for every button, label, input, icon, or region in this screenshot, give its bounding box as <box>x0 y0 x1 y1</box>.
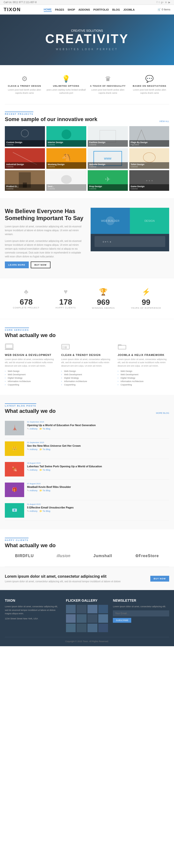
social-twitter[interactable]: t <box>159 1 160 4</box>
svg-text:✈: ✈ <box>105 176 110 183</box>
project-item[interactable]: Flags By Design Figurative <box>129 126 169 147</box>
trophy-icon: 🏆 <box>92 288 115 296</box>
heart-icon: ♥ <box>56 288 76 296</box>
project-item[interactable]: Desi... Colorine <box>46 170 86 191</box>
hero-section: CREATIVE SOLUTIONS CREATIVITY WEBSITES L… <box>0 14 174 65</box>
nav-addons[interactable]: ADDONS <box>78 8 90 11</box>
social-facebook[interactable]: f <box>156 1 157 4</box>
project-category: Colorine <box>89 188 127 190</box>
nav-portfolio[interactable]: PORTFOLIO <box>93 8 109 11</box>
social-youtube[interactable]: ▶ <box>168 1 170 4</box>
blog-thumbnail: 👑 <box>5 441 24 456</box>
blog-post: 🗼 01 September 2015 Opening Up a World o… <box>5 418 169 438</box>
client-logo-jumshall[interactable]: Jumshall <box>93 554 112 558</box>
more-blog-link[interactable]: MORE BLOG <box>156 412 169 414</box>
project-item[interactable]: Fashion Design Colorine <box>88 126 128 147</box>
project-name: Flags By Design <box>131 141 168 144</box>
navbar-logo[interactable]: TIXON <box>4 7 21 12</box>
project-category: Colorine <box>48 165 85 168</box>
project-item[interactable]: 🐴 Mustang Design Colorine <box>46 148 86 169</box>
project-name: Desi... <box>48 185 85 188</box>
blog-post-title[interactable]: See the New Miss Universe Get Her Crown <box>27 444 169 447</box>
nav-blog[interactable]: BLOG <box>112 8 120 11</box>
service-item: CLEAN & TRENDY DESIGN Lorem ipsum dolor … <box>61 343 113 387</box>
footer-gallery <box>66 605 108 632</box>
nav-shop[interactable]: SHOP <box>67 8 75 11</box>
believe-buttons: LEARN MORE BUY NOW <box>5 261 83 268</box>
believe-right: WEB BUILDER DESIGN ⚙ ♥ ✎ ★ <box>91 208 169 251</box>
projects-grid: Custom Design Colorine Interior Design C… <box>5 126 169 191</box>
blog-author: Anthony <box>30 428 37 430</box>
svg-text:DESIGN: DESIGN <box>144 219 155 222</box>
project-item[interactable]: ✈ Prop Design Colorine <box>88 170 128 191</box>
cta-buy-button[interactable]: BUY NOW <box>150 576 169 582</box>
client-logo-freestore[interactable]: ♔FreeStore <box>135 554 159 558</box>
learn-more-button[interactable]: LEARN MORE <box>5 261 29 268</box>
svg-text:WEB BUILDER: WEB BUILDER <box>101 219 119 222</box>
list-item: Web Design <box>118 370 169 373</box>
social-google[interactable]: g+ <box>161 1 164 4</box>
stat-item: ♣ 678 Complete Project <box>13 288 39 309</box>
believe-image: WEB BUILDER DESIGN ⚙ ♥ ✎ ★ <box>91 208 169 251</box>
blog-date: 18 August 2015 <box>27 462 169 464</box>
footer-address: 1234 Street Street New York, USA <box>5 617 61 621</box>
project-item[interactable]: ✦ ✦ ✦ Game Design Colorine <box>129 170 169 191</box>
services-title: What actually we do <box>5 332 169 339</box>
cta-title: Lorem ipsum dolor sit amet, consectetur … <box>5 574 120 579</box>
project-item[interactable]: Custom Design Colorine <box>5 126 45 147</box>
blog-post-title[interactable]: Meatball Kevin Beef Ribs Shoulder <box>27 486 169 488</box>
service-title: JOOMLA & HELIX FRAMEWORK <box>118 353 169 356</box>
nav-home[interactable]: HOME <box>44 7 52 12</box>
project-item[interactable]: Tshirt Design Colorine <box>129 148 169 169</box>
project-category: Colorine <box>131 188 168 190</box>
list-item: Information Architecture <box>118 380 169 383</box>
project-item[interactable]: Interior Design Colorine <box>46 126 86 147</box>
newsletter-subscribe-button[interactable]: SUBSCRIBE <box>113 618 131 623</box>
navbar-cart[interactable]: 🛒 0 Items <box>158 8 170 11</box>
clients-section: HAPPY CLIENTS What actually we do BIRDFL… <box>0 529 174 566</box>
list-item: Copywriting <box>5 383 56 386</box>
cta-desc: Lorem ipsum dolor sit amet, consectetur … <box>5 580 120 583</box>
footer-about: TIXON Lorem ipsum dolor sit amet, consec… <box>5 598 61 632</box>
footer-copyright: Copyright © 2015 Tixon. All Rights Reser… <box>65 640 109 643</box>
gallery-item <box>66 605 76 613</box>
blog-meta: ✎ Anthony 📁 Tix Blog <box>27 489 169 492</box>
gallery-item <box>77 624 86 632</box>
social-linkedin[interactable]: in <box>165 1 167 4</box>
nav-joomla[interactable]: JOOMLA <box>123 8 135 11</box>
blog-date: 01 September 2015 <box>27 441 169 443</box>
newsletter-email-input[interactable] <box>113 610 169 616</box>
believe-text1: Lorem ipsum dolor sit amet, consectetur … <box>5 225 83 236</box>
chat-icon: 💬 <box>130 75 169 83</box>
blog-post-title[interactable]: Opening Up a World of Education For Next… <box>27 424 169 427</box>
stat-label: Years of Experience <box>131 307 161 309</box>
stat-label: Complete Project <box>13 307 39 309</box>
project-name: Fashion Design <box>89 141 127 144</box>
blog-post-title[interactable]: 5 Effective Email Unsubscribe Pages <box>27 506 169 509</box>
blog-date: 01 August 2015 <box>27 503 169 505</box>
service-item: WEB DESIGN & DEVELOPMENT Lorem ipsum dol… <box>5 343 56 387</box>
project-name: Prop Design <box>89 185 127 188</box>
project-item[interactable]: Product D... Colorine <box>5 170 45 191</box>
project-category: Colorine <box>89 165 127 168</box>
project-name: Custom Design <box>6 141 43 144</box>
svg-rect-40 <box>62 346 64 348</box>
section-title: Some sample of our innovative work <box>5 116 97 123</box>
project-item[interactable]: www Website Design Colorine <box>88 148 128 169</box>
blog-category: Tix Blog <box>42 469 50 471</box>
client-logo-illusion[interactable]: illusion <box>57 554 71 558</box>
view-all-link[interactable]: VIEW ALL <box>159 120 169 123</box>
buy-now-button[interactable]: BUY NOW <box>31 261 50 268</box>
list-item: Information Architecture <box>5 380 56 383</box>
cta-text: Lorem ipsum dolor sit amet, consectetur … <box>5 574 120 583</box>
stat-number: 99 <box>131 298 161 307</box>
believe-title: We Believe Everyone Has Something Import… <box>5 208 83 222</box>
blog-post: 📧 01 August 2015 5 Effective Email Unsub… <box>5 500 169 521</box>
client-logo-birdflu[interactable]: BIRDFLU <box>15 554 34 558</box>
feature-title: CLEAN & TRENDY DESIGN <box>5 85 44 87</box>
service-desc: Lorem ipsum dolor sit amet, consectetur … <box>5 358 56 368</box>
project-item[interactable]: Industrial Design Colorine <box>5 148 45 169</box>
nav-pages[interactable]: PAGES <box>55 8 64 11</box>
footer-gallery-title: FLICKER GALLERY <box>66 598 108 602</box>
blog-post-title[interactable]: Leberkas Tail Swine Pork Opening Up a Wo… <box>27 465 169 468</box>
